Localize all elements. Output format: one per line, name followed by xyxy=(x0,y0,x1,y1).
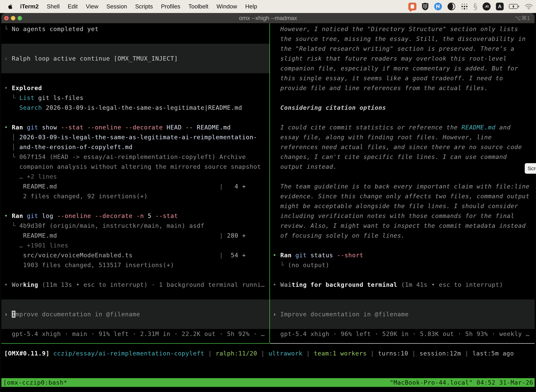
menu-bar: iTerm2ShellEditViewSessionScriptsProfile… xyxy=(0,0,536,13)
tmux-status-bar: [omx-cczip0:bash* "MacBook-Pro-44.local"… xyxy=(1,378,535,387)
dots-grid-icon[interactable] xyxy=(461,3,468,10)
terminal-line: The team guideline is to back every impo… xyxy=(273,182,535,191)
terminal-line: this single essay, it seems like a good … xyxy=(273,73,535,83)
terminal-line: Search 2026-03-09-is-legal-the-same-as-l… xyxy=(4,103,269,112)
prompt-box[interactable]: › Ralph loop active continue [OMX_TMUX_I… xyxy=(1,44,269,73)
terminal-line: However, I noticed the "Directory Struct… xyxy=(273,24,535,34)
terminal-line: the source tree, missing the essay. Stil… xyxy=(273,34,535,44)
terminal-line: • Ran git log --oneline --decorate -n 5 … xyxy=(4,211,269,221)
terminal-line: src/voice/voiceModeEnabled.ts | 54 + xyxy=(4,250,269,260)
blank-line xyxy=(4,34,269,44)
menu-bar-status-icons: § ..61 A xyxy=(408,0,533,13)
terminal-line: Considering citation options xyxy=(273,103,535,112)
terminal-line: provide file and line references from th… xyxy=(273,83,535,93)
terminal-line: • Working (11m 13s • esc to interrupt) ·… xyxy=(4,280,269,289)
terminal-line: • Ran git status --short xyxy=(273,250,535,260)
wifi-icon[interactable] xyxy=(525,4,533,9)
iterm-window: omx --xhigh --madmax ⌥⌘1 └ No agents com… xyxy=(1,13,535,392)
terminal-line: companion analysis without altering the … xyxy=(4,162,269,172)
blank-line xyxy=(273,112,535,122)
menu-item-scripts[interactable]: Scripts xyxy=(135,3,153,10)
shield-icon[interactable] xyxy=(422,2,429,10)
blue-badge-icon[interactable] xyxy=(434,2,442,10)
terminal-line: evidence. Since this change only affects… xyxy=(273,191,535,201)
window-title-bar[interactable]: omx --xhigh --madmax ⌥⌘1 xyxy=(1,13,535,23)
terminal-line: │ and-the-erosion-of-copyleft.md xyxy=(4,142,269,152)
screen-tooltip[interactable]: Scre xyxy=(525,163,536,174)
menu-item-window[interactable]: Window xyxy=(216,3,237,10)
menu-item-iterm2[interactable]: iTerm2 xyxy=(20,3,39,10)
chat-app-icon[interactable] xyxy=(408,3,416,10)
terminal-line: of focusing solely on file lines. xyxy=(273,231,535,240)
terminal-line: I could cite commit statistics or refere… xyxy=(273,122,535,132)
apple-menu-icon[interactable] xyxy=(7,3,14,10)
terminal-line: README.md | 280 + xyxy=(4,231,269,240)
terminal-line: essay file, along with finding root file… xyxy=(273,132,535,142)
terminal-line: • Explored xyxy=(4,83,269,93)
left-pane-bottom-border xyxy=(1,343,269,344)
omx-status-bar: [OMX#0.11.9] cczip/essay/ai-reimplementa… xyxy=(1,348,535,358)
blank-line xyxy=(273,289,535,299)
blank-line xyxy=(4,289,269,299)
terminal-line: 1903 files changed, 513517 insertions(+) xyxy=(4,260,269,270)
left-pane[interactable]: └ No agents completed yet› Ralph loop ac… xyxy=(1,23,269,343)
tmux-host-clock: "MacBook-Pro-44.local" 04:52 31-Mar-26 xyxy=(390,379,533,386)
prompt-box[interactable]: › Improve documentation in @filename xyxy=(1,299,269,329)
crescent-circle-icon[interactable] xyxy=(447,2,455,10)
right-pane-bottom-border xyxy=(270,343,535,344)
terminal-line: README.md | 4 + xyxy=(4,182,269,191)
prompt-input[interactable]: › Improve documentation in @filename xyxy=(4,309,140,319)
badge-61-icon[interactable]: ..61 xyxy=(483,2,491,10)
terminal-line: └ List git ls-files xyxy=(4,93,269,103)
terminal-line: might be acceptable alongside the file l… xyxy=(273,201,535,211)
menu-item-toolbelt[interactable]: Toolbelt xyxy=(188,3,208,10)
terminal-line: output instead. xyxy=(273,162,535,172)
terminal-line: the "Related research writing" section i… xyxy=(273,44,535,54)
terminal-line: review. Also, I might want to inspect th… xyxy=(273,221,535,231)
menu-item-session[interactable]: Session xyxy=(106,3,127,10)
terminal-line: companion file, especially if more comme… xyxy=(273,63,535,73)
menu-item-help[interactable]: Help xyxy=(245,3,257,10)
menu-item-view[interactable]: View xyxy=(86,3,98,10)
terminal-line: slight risk that future readers may over… xyxy=(273,54,535,63)
blank-line xyxy=(273,93,535,103)
terminal-line: … +1901 lines xyxy=(4,240,269,250)
terminal-line: • Waiting for background terminal (1m 41… xyxy=(273,280,535,289)
terminal-line: └ (no output) xyxy=(273,260,535,270)
menu-item-profiles[interactable]: Profiles xyxy=(161,3,180,10)
battery-icon[interactable] xyxy=(509,4,519,9)
menu-item-shell[interactable]: Shell xyxy=(47,3,60,10)
a-badge-icon[interactable]: A xyxy=(496,3,504,10)
terminal-line: └ No agents completed yet xyxy=(4,24,269,34)
window-shortcut-badge: ⌥⌘1 xyxy=(515,13,530,23)
terminal-line: └ 4b9d30f (origin/main, instructkr/main,… xyxy=(4,221,269,231)
blank-line xyxy=(4,270,269,280)
blank-line xyxy=(273,240,535,250)
window-title: omx --xhigh --madmax xyxy=(1,13,535,23)
terminal-line: 2 files changed, 92 insertions(+) xyxy=(4,191,269,201)
right-pane[interactable]: However, I noticed the "Directory Struct… xyxy=(270,23,535,343)
prompt-box[interactable]: › Improve documentation in @filename xyxy=(270,299,535,329)
terminal-area: └ No agents completed yet› Ralph loop ac… xyxy=(1,23,535,392)
terminal-line: gpt-5.4 xhigh · main · 91% left · 2.31M … xyxy=(4,329,269,339)
menu-item-edit[interactable]: Edit xyxy=(68,3,78,10)
blank-line xyxy=(273,270,535,280)
prompt-input[interactable]: › Improve documentation in @filename xyxy=(273,309,409,319)
terminal-line: gpt-5.4 xhigh · 96% left · 520K in · 5.8… xyxy=(273,329,535,339)
blank-line xyxy=(273,172,535,182)
terminal-line: • Ran git show --stat --oneline --decora… xyxy=(4,122,269,132)
squiggle-icon[interactable]: § xyxy=(474,2,477,11)
terminal-line: references need actual files, and since … xyxy=(273,142,535,152)
blank-line xyxy=(4,73,269,83)
prompt-input[interactable]: › Ralph loop active continue [OMX_TMUX_I… xyxy=(4,54,178,63)
terminal-line: changes, I can't cite specific file line… xyxy=(273,152,535,162)
terminal-line: │ 2026-03-09-is-legal-the-same-as-legiti… xyxy=(4,132,269,142)
menu-items: iTerm2ShellEditViewSessionScriptsProfile… xyxy=(20,3,265,10)
blank-line xyxy=(4,112,269,122)
blank-line xyxy=(4,201,269,211)
screen-tooltip-label: Scre xyxy=(527,165,536,171)
terminal-line: └ 067f154 (HEAD -> essay/ai-reimplementa… xyxy=(4,152,269,162)
terminal-line: including verification notes with those … xyxy=(273,211,535,221)
tmux-session-label: [omx-cczip0:bash* xyxy=(3,379,67,386)
terminal-line: … +2 lines xyxy=(4,172,269,182)
